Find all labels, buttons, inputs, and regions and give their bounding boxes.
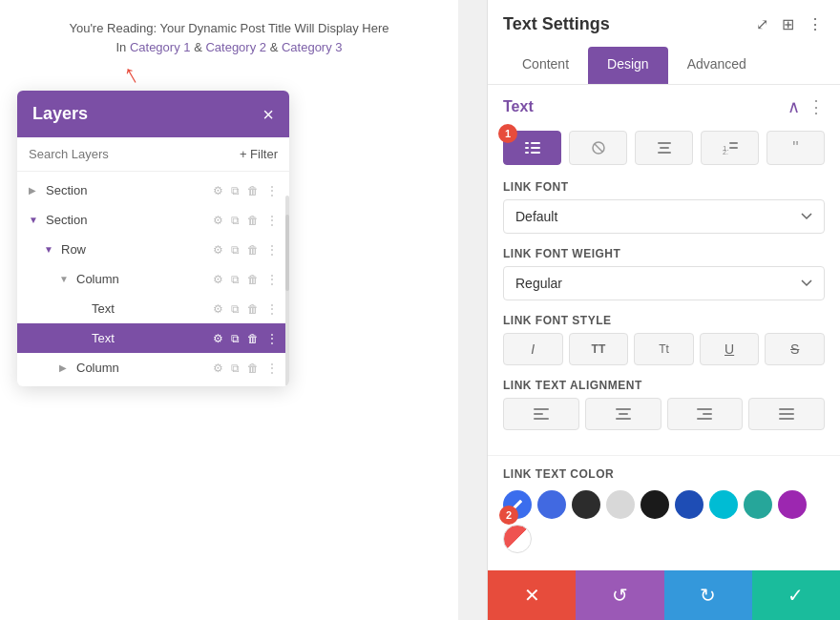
color-swatch-pen[interactable]: 2 xyxy=(503,490,532,519)
cancel-button[interactable]: ✕ xyxy=(488,570,576,620)
color-swatch-blue[interactable] xyxy=(537,490,566,519)
list-style-button[interactable]: 1 xyxy=(503,131,561,165)
layer-duplicate-icon[interactable]: ⧉ xyxy=(231,243,240,257)
svg-rect-19 xyxy=(619,413,628,415)
layer-duplicate-icon[interactable]: ⧉ xyxy=(231,273,240,286)
color-swatch-lightgray[interactable] xyxy=(606,490,635,519)
layer-more-icon[interactable]: ⋮ xyxy=(266,243,278,257)
settings-tabs: Content Design Advanced xyxy=(503,47,825,84)
link-font-label: Link Font xyxy=(503,180,825,194)
svg-rect-14 xyxy=(729,147,738,149)
section-collapse-icon[interactable]: ∧ xyxy=(788,96,800,117)
align-right-icon xyxy=(697,408,712,421)
more-options-icon[interactable]: ⋮ xyxy=(806,13,825,35)
tab-content[interactable]: Content xyxy=(503,47,588,84)
layer-duplicate-icon[interactable]: ⧉ xyxy=(231,214,240,227)
undo-button[interactable]: ↺ xyxy=(576,570,663,620)
quote-button[interactable]: " xyxy=(766,131,825,165)
layer-item[interactable]: ▼ Section ⚙ ⧉ 🗑 ⋮ xyxy=(17,205,289,235)
grid-icon[interactable]: ⊞ xyxy=(780,13,796,35)
layers-close-button[interactable]: × xyxy=(262,105,274,124)
layer-more-icon[interactable]: ⋮ xyxy=(266,302,278,316)
layer-duplicate-icon[interactable]: ⧉ xyxy=(231,362,240,375)
svg-line-7 xyxy=(595,144,602,152)
svg-rect-23 xyxy=(697,418,712,420)
layer-item[interactable]: ▶ Column ⚙ ⧉ 🗑 ⋮ xyxy=(17,353,289,382)
layer-item[interactable]: ▶ Section ⚙ ⧉ 🗑 ⋮ xyxy=(17,176,289,205)
svg-rect-9 xyxy=(660,147,669,149)
layers-search-input[interactable] xyxy=(29,147,232,161)
layer-delete-icon[interactable]: 🗑 xyxy=(247,214,259,227)
align-center-button[interactable] xyxy=(585,398,662,430)
layer-item[interactable]: ▼ Column ⚙ ⧉ 🗑 ⋮ xyxy=(17,264,289,294)
layer-delete-icon[interactable]: 🗑 xyxy=(247,332,259,345)
svg-rect-15 xyxy=(534,408,549,410)
layer-settings-icon[interactable]: ⚙ xyxy=(213,362,223,375)
layer-item[interactable]: ▼ Row ⚙ ⧉ 🗑 ⋮ xyxy=(17,235,289,264)
layer-item[interactable]: ▶ Text ⚙ ⧉ 🗑 ⋮ xyxy=(17,294,289,323)
layer-item-active[interactable]: ▶ Text ⚙ ⧉ 🗑 ⋮ xyxy=(17,323,289,353)
layer-delete-icon[interactable]: 🗑 xyxy=(247,243,259,257)
tab-advanced[interactable]: Advanced xyxy=(668,47,766,84)
num-list-button[interactable]: 1. 2. xyxy=(701,131,759,165)
layer-duplicate-icon[interactable]: ⧉ xyxy=(231,302,240,316)
svg-rect-10 xyxy=(658,152,671,154)
align-justify-button[interactable] xyxy=(748,398,825,430)
layer-toggle-icon: ▼ xyxy=(29,215,42,225)
layer-more-icon[interactable]: ⋮ xyxy=(266,362,278,375)
link-font-weight-select[interactable]: Regular xyxy=(503,266,825,300)
layer-delete-icon[interactable]: 🗑 xyxy=(247,362,259,375)
layer-actions: ⚙ ⧉ 🗑 ⋮ xyxy=(213,332,278,345)
color-swatch-purple[interactable] xyxy=(778,490,807,519)
color-swatch-navy[interactable] xyxy=(675,490,704,519)
svg-rect-8 xyxy=(658,142,671,144)
eraser-button[interactable] xyxy=(569,131,627,165)
layer-duplicate-icon[interactable]: ⧉ xyxy=(231,332,240,345)
color-swatch-cyan[interactable] xyxy=(709,490,738,519)
layer-settings-icon[interactable]: ⚙ xyxy=(213,184,223,197)
layer-delete-icon[interactable]: 🗑 xyxy=(247,302,259,316)
align-right-button[interactable] xyxy=(667,398,744,430)
section-more-icon[interactable]: ⋮ xyxy=(808,96,825,117)
layer-delete-icon[interactable]: 🗑 xyxy=(247,184,259,197)
layer-more-icon[interactable]: ⋮ xyxy=(266,184,278,197)
settings-header: Text Settings ⤢ ⊞ ⋮ Content Design Advan… xyxy=(488,0,840,85)
layers-scrollbar[interactable] xyxy=(285,196,289,386)
layer-settings-icon[interactable]: ⚙ xyxy=(213,273,223,286)
color-swatch-dark[interactable] xyxy=(572,490,600,519)
uppercase-button[interactable]: TT xyxy=(569,333,629,365)
layer-duplicate-icon[interactable]: ⧉ xyxy=(231,184,240,197)
filter-button[interactable]: + Filter xyxy=(240,147,278,161)
svg-text:2.: 2. xyxy=(723,149,728,155)
confirm-button[interactable]: ✓ xyxy=(752,570,840,620)
section-header-icons: ∧ ⋮ xyxy=(788,96,825,117)
color-swatch-striped[interactable] xyxy=(503,525,532,553)
color-swatch-black[interactable] xyxy=(640,490,669,519)
strikethrough-button[interactable]: S xyxy=(765,333,825,365)
color-swatch-teal[interactable] xyxy=(744,490,772,519)
underline-button[interactable]: U xyxy=(700,333,760,365)
layer-more-icon[interactable]: ⋮ xyxy=(266,273,278,286)
arrow-indicator: ↑ xyxy=(117,58,144,92)
capitalize-button[interactable]: Tt xyxy=(634,333,694,365)
align-left-button[interactable] xyxy=(503,398,579,430)
layer-more-icon[interactable]: ⋮ xyxy=(266,332,278,345)
tab-design[interactable]: Design xyxy=(588,47,668,84)
quote-icon: " xyxy=(792,139,798,156)
layer-settings-icon[interactable]: ⚙ xyxy=(213,332,223,345)
align-list-button[interactable] xyxy=(635,131,693,165)
layer-actions: ⚙ ⧉ 🗑 ⋮ xyxy=(213,362,278,375)
redo-button[interactable]: ↻ xyxy=(664,570,752,620)
italic-button[interactable]: I xyxy=(503,333,563,365)
layer-settings-icon[interactable]: ⚙ xyxy=(213,302,223,316)
layer-settings-icon[interactable]: ⚙ xyxy=(213,214,223,227)
layers-search-bar: + Filter xyxy=(17,137,289,172)
layer-delete-icon[interactable]: 🗑 xyxy=(247,273,259,286)
layer-more-icon[interactable]: ⋮ xyxy=(266,214,278,227)
expand-icon[interactable]: ⤢ xyxy=(754,13,770,35)
layer-settings-icon[interactable]: ⚙ xyxy=(213,243,223,257)
link-font-weight-field: Link Font Weight Regular xyxy=(503,247,825,300)
link-font-select[interactable]: Default xyxy=(503,199,825,234)
svg-rect-5 xyxy=(531,152,540,154)
svg-rect-20 xyxy=(616,418,631,420)
